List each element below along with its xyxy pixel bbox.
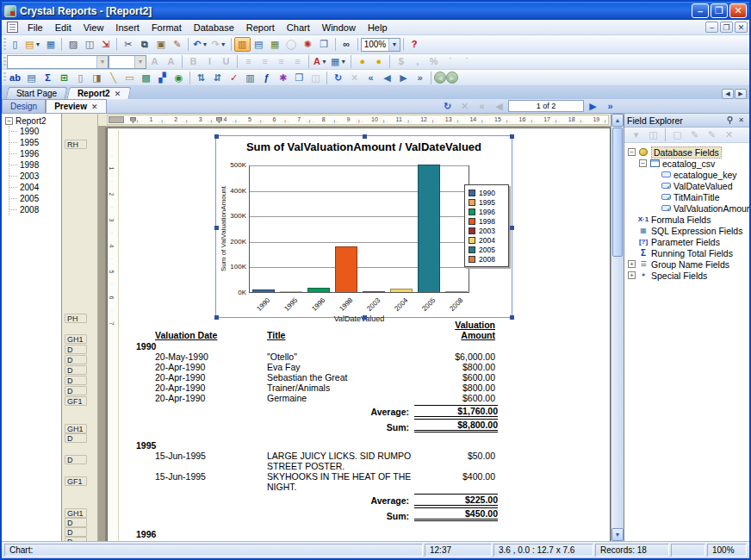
- field-explorer-item-database-fields[interactable]: −Database Fields: [628, 146, 749, 158]
- selection-handle[interactable]: [214, 134, 219, 139]
- tab-close-icon[interactable]: ✕: [115, 90, 121, 98]
- menu-format[interactable]: Format: [146, 22, 188, 34]
- menu-file[interactable]: File: [22, 22, 49, 34]
- section-expert-icon[interactable]: ▥: [242, 71, 258, 85]
- toggle-field-view-icon[interactable]: ▤: [251, 37, 267, 52]
- export-icon[interactable]: ⇲: [97, 37, 114, 52]
- chart-bar-2003[interactable]: [363, 291, 385, 292]
- nav-next-icon[interactable]: ▶: [395, 71, 412, 85]
- formula-workshop-icon[interactable]: ƒ: [258, 71, 275, 85]
- collapse-icon[interactable]: −: [628, 148, 636, 156]
- tab-scroll-right-icon[interactable]: ▶: [735, 89, 747, 99]
- insert-picture-icon[interactable]: ▩: [138, 71, 154, 85]
- section-label-gf1[interactable]: GF1: [65, 396, 87, 406]
- tab-start-page[interactable]: Start Page: [6, 87, 68, 99]
- field-explorer-item-sql-expression-fields[interactable]: ▦SQL Expression Fields: [628, 225, 749, 236]
- tab-design[interactable]: Design: [2, 99, 46, 113]
- menu-insert[interactable]: Insert: [109, 22, 146, 34]
- child-close-button[interactable]: ✕: [735, 22, 748, 33]
- nav-first-icon[interactable]: «: [363, 71, 379, 85]
- chart-bar-2008[interactable]: [445, 291, 468, 292]
- group-sort-expert-icon[interactable]: ⇵: [209, 71, 226, 85]
- menu-chart[interactable]: Chart: [281, 22, 316, 34]
- menu-help[interactable]: Help: [362, 22, 394, 34]
- field-explorer-item-ecatalogue-key[interactable]: ecatalogue_key: [628, 169, 749, 180]
- section-label-d[interactable]: D: [65, 527, 87, 537]
- pin-icon[interactable]: [724, 115, 735, 126]
- highlighting-expert-icon[interactable]: ✱: [275, 71, 291, 85]
- expand-icon[interactable]: +: [628, 260, 636, 268]
- copy-icon[interactable]: ⧉: [136, 37, 152, 52]
- chart-bar-2004[interactable]: [390, 289, 413, 292]
- insert-map-icon[interactable]: ◉: [171, 71, 187, 85]
- pn-last-icon[interactable]: »: [602, 100, 618, 113]
- child-restore-button[interactable]: ❐: [720, 22, 733, 33]
- close-button[interactable]: ✕: [729, 3, 747, 18]
- section-label-gh1[interactable]: GH1: [65, 424, 87, 433]
- chevron-down-icon[interactable]: ▼: [388, 39, 399, 51]
- menu-database[interactable]: Database: [188, 22, 240, 34]
- chart-bar-1998[interactable]: [335, 246, 357, 292]
- section-label-d[interactable]: D: [65, 455, 87, 464]
- help-icon[interactable]: ?: [407, 37, 423, 52]
- undo-icon[interactable]: ↶▼: [191, 37, 209, 52]
- zoom-combo[interactable]: 100%▼: [361, 38, 400, 52]
- save-icon[interactable]: ▦: [42, 37, 59, 52]
- chart-bar-2005[interactable]: [418, 165, 440, 292]
- mdi-child-icon[interactable]: [7, 22, 18, 33]
- chevron-down-icon[interactable]: ▼: [96, 56, 108, 68]
- print-preview-icon[interactable]: ◫: [81, 37, 97, 52]
- section-label-rh[interactable]: RH: [65, 140, 87, 149]
- collapse-icon[interactable]: −: [5, 117, 13, 125]
- pn-refresh-icon[interactable]: ↻: [439, 100, 456, 113]
- preview-close-icon[interactable]: ✕: [91, 103, 98, 111]
- cut-icon[interactable]: ✂: [120, 37, 136, 52]
- format-painter-icon[interactable]: ✎: [169, 37, 185, 52]
- insert-ole-object-icon[interactable]: ▯: [72, 71, 89, 85]
- section-label-d[interactable]: D: [65, 345, 87, 354]
- tab-preview[interactable]: Preview✕: [46, 99, 106, 113]
- panel-close-icon[interactable]: ✕: [735, 115, 747, 126]
- nav-prev-icon[interactable]: ◀: [379, 71, 395, 85]
- field-explorer-item-running-total-fields[interactable]: ΣRunning Total Fields: [628, 247, 749, 258]
- selection-handle[interactable]: [363, 134, 367, 139]
- nav-last-icon[interactable]: »: [412, 71, 428, 85]
- section-label-d[interactable]: D: [65, 365, 87, 375]
- section-label-d[interactable]: D: [65, 376, 87, 385]
- insert-chart-icon[interactable]: ▞: [154, 71, 171, 85]
- lock-format-icon[interactable]: ●: [370, 54, 387, 69]
- group-tree-item-2004[interactable]: 2004: [9, 182, 61, 193]
- group-tree-item-2003[interactable]: 2003: [9, 171, 61, 182]
- chart-bar-1996[interactable]: [307, 288, 330, 292]
- database-links-icon[interactable]: ❒: [291, 71, 307, 85]
- paste-icon[interactable]: ▣: [152, 37, 169, 52]
- insert-line-icon[interactable]: ╲: [105, 71, 121, 85]
- open-icon[interactable]: ▤▼: [23, 37, 42, 52]
- insert-summary-icon[interactable]: Σ: [40, 71, 56, 85]
- field-explorer-item-formula-fields[interactable]: X·1Formula Fields: [628, 214, 749, 225]
- field-explorer-item-ecatalog-csv[interactable]: −ecatalog_csv: [628, 158, 749, 169]
- insert-field-icon[interactable]: ▤: [23, 71, 40, 85]
- section-label-d[interactable]: D: [65, 518, 87, 527]
- field-explorer-item-special-fields[interactable]: +✶Special Fields: [628, 270, 749, 281]
- refresh-icon[interactable]: ↻: [330, 71, 346, 85]
- expand-icon[interactable]: +: [628, 271, 636, 279]
- outline-border-icon[interactable]: ▦▼: [329, 54, 348, 69]
- insert-text-object-icon[interactable]: ab: [7, 71, 23, 85]
- group-tree-item-1996[interactable]: 1996: [9, 148, 61, 159]
- chart-bar-1990[interactable]: [252, 289, 275, 292]
- selection-handle[interactable]: [510, 315, 514, 320]
- insert-hyperlink-icon[interactable]: ◨: [89, 71, 105, 85]
- group-tree-item-1995[interactable]: 1995: [9, 137, 61, 148]
- section-label-ph[interactable]: PH: [65, 314, 87, 323]
- menu-edit[interactable]: Edit: [49, 22, 78, 34]
- scroll-down-icon[interactable]: ▼: [611, 528, 624, 541]
- group-tree-item-1990[interactable]: 1990: [9, 126, 61, 137]
- scroll-up-icon[interactable]: ▲: [611, 114, 624, 127]
- field-explorer-item-parameter-fields[interactable]: [?]Parameter Fields: [628, 236, 749, 247]
- print-icon[interactable]: ▨: [65, 37, 81, 52]
- select-expert-icon[interactable]: ✓: [226, 71, 242, 85]
- selection-handle[interactable]: [510, 226, 514, 230]
- tab-scroll-left-icon[interactable]: ◀: [722, 89, 734, 99]
- font-color-icon[interactable]: A▼: [312, 54, 329, 69]
